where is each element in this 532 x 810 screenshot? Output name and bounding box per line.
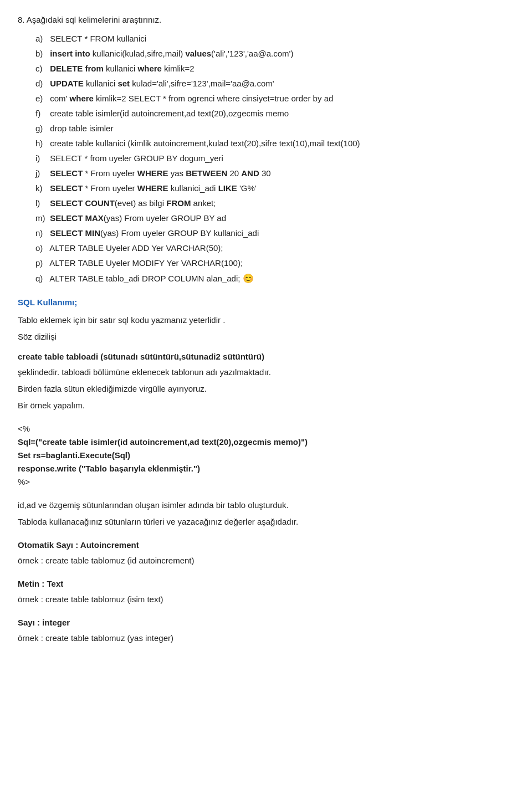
code-line-5: %> xyxy=(18,475,514,489)
data-type-2-example: örnek : create table tablomuz (isim text… xyxy=(18,593,514,606)
data-type-1-bold: Otomatik Sayı : Autoincrement xyxy=(18,540,139,550)
list-item: f) create table isimler(id autoincrement… xyxy=(31,107,514,120)
data-type-3-label: Sayı : integer xyxy=(18,616,514,629)
list-item: q) ALTER TABLE tablo_adi DROP COLUMN ala… xyxy=(31,271,514,286)
code-line-1: <% xyxy=(18,422,514,435)
code-block: <% Sql=("create table isimler(id autoinc… xyxy=(18,422,514,489)
list-item: p) ALTER TABLE Uyeler MODIFY Yer VARCHAR… xyxy=(31,257,514,270)
list-item: b) insert into kullanici(kulad,sifre,mai… xyxy=(31,47,514,60)
question-number: 8. xyxy=(18,15,25,24)
data-type-3-bold: Sayı : integer xyxy=(18,618,70,627)
sql-items-list: a) SELECT * FROM kullanici b) insert int… xyxy=(31,32,514,286)
data-type-2-bold: Metin : Text xyxy=(18,579,63,588)
list-item: n) SELECT MIN(yas) From uyeler GROUP BY … xyxy=(31,227,514,240)
question-heading: 8. Aşağıdaki sql kelimelerini araştırını… xyxy=(18,13,514,27)
list-item: d) UPDATE kullanici set kulad='ali',sifr… xyxy=(31,77,514,90)
list-item: a) SELECT * FROM kullanici xyxy=(31,32,514,45)
data-type-3-example: örnek : create table tablomuz (yas integ… xyxy=(18,632,514,645)
data-type-2-label: Metin : Text xyxy=(18,577,514,591)
list-item: i) SELECT * from uyeler GROUP BY dogum_y… xyxy=(31,152,514,165)
list-item: l) SELECT COUNT(evet) as bilgi FROM anke… xyxy=(31,197,514,210)
list-item: g) drop table isimler xyxy=(31,122,514,135)
code-line-2: Sql=("create table isimler(id autoincrem… xyxy=(18,435,514,449)
list-item: h) create table kullanici (kimlik autoin… xyxy=(31,137,514,150)
list-item: m) SELECT MAX(yas) From uyeler GROUP BY … xyxy=(31,212,514,225)
list-item: k) SELECT * From uyeler WHERE kullanici_… xyxy=(31,182,514,195)
question-text: Aşağıdaki sql kelimelerini araştırınız. xyxy=(27,15,161,24)
code-line-3: Set rs=baglanti.Execute(Sql) xyxy=(18,449,514,462)
after-code-1: id,ad ve özgemiş sütunlarından oluşan is… xyxy=(18,499,514,512)
sql-usage-sub-intro: Söz dizilişi xyxy=(18,330,514,344)
data-type-1-example: örnek : create table tablomuz (id autoin… xyxy=(18,554,514,567)
sql-syntax-bold: create table tabloadi (sütunadı sütüntür… xyxy=(18,350,514,363)
list-item: j) SELECT * From uyeler WHERE yas BETWEE… xyxy=(31,167,514,180)
sql-line3: Bir örnek yapalım. xyxy=(18,399,514,412)
list-item: c) DELETE from kullanici where kimlik=2 xyxy=(31,62,514,75)
data-types-section: Otomatik Sayı : Autoincrement örnek : cr… xyxy=(18,539,514,645)
sql-usage-section: SQL Kullanımı; Tablo eklemek için bir sa… xyxy=(18,296,514,645)
sql-usage-intro: Tablo eklemek için bir satır sql kodu ya… xyxy=(18,314,514,327)
data-type-1-label: Otomatik Sayı : Autoincrement xyxy=(18,539,514,552)
sql-usage-heading: SQL Kullanımı; xyxy=(18,296,514,309)
sql-line2: Birden fazla sütun eklediğimizde virgüll… xyxy=(18,382,514,396)
sql-after-syntax: şeklindedir. tabloadi bölümüne eklenecek… xyxy=(18,366,514,379)
code-line-4: response.write ("Tablo başarıyla eklenmi… xyxy=(18,462,514,475)
after-code-2: Tabloda kullanacağınız sütunların türler… xyxy=(18,515,514,529)
list-item: e) com' where kimlik=2 SELECT * from ogr… xyxy=(31,92,514,105)
list-item: o) ALTER TABLE Uyeler ADD Yer VARCHAR(50… xyxy=(31,242,514,255)
